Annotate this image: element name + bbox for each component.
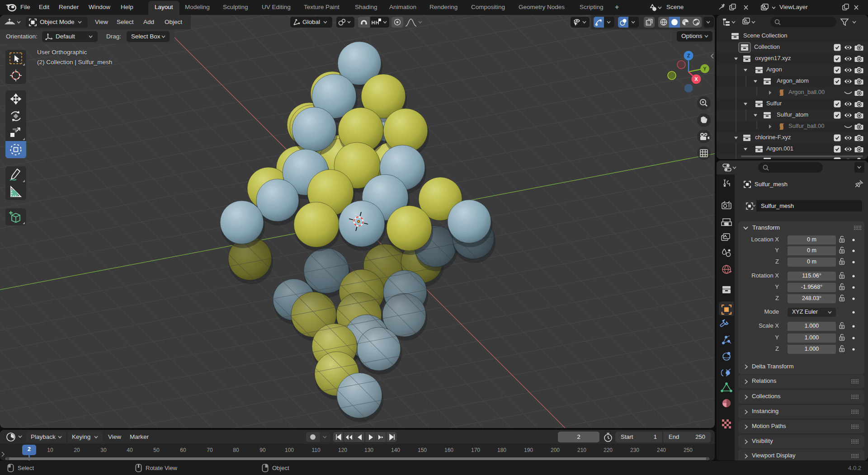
svg-text:X: X: [694, 76, 698, 82]
svg-text:Y: Y: [703, 66, 707, 71]
svg-text:Z: Z: [687, 53, 690, 58]
